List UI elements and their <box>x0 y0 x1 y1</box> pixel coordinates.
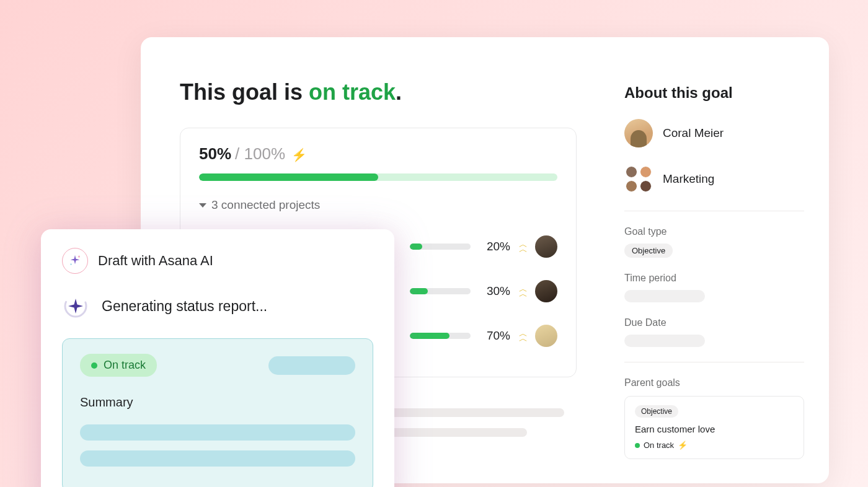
chevrons-up-icon: ︿︿ <box>519 331 526 341</box>
sidebar-title: About this goal <box>624 84 804 102</box>
time-period-label: Time period <box>624 273 804 284</box>
progress-bar[interactable] <box>199 173 557 181</box>
mini-progress-bar <box>410 244 471 250</box>
goal-type-label: Goal type <box>624 226 804 237</box>
due-date-label: Due Date <box>624 317 804 328</box>
status-pill[interactable]: On track <box>80 354 157 377</box>
time-period-value[interactable] <box>624 290 705 302</box>
team-name: Marketing <box>663 172 714 186</box>
placeholder-line <box>80 450 355 467</box>
owner-avatar <box>624 119 653 147</box>
parent-goals-label: Parent goals <box>624 377 804 388</box>
loading-sparkle-icon <box>62 292 89 320</box>
chevrons-up-icon: ︿︿ <box>519 242 526 252</box>
project-owner-avatar[interactable] <box>535 235 557 258</box>
connected-projects-toggle[interactable]: 3 connected projects <box>199 198 557 212</box>
progress-bar-fill <box>199 173 378 181</box>
headline-prefix: This goal is <box>180 79 309 105</box>
sparkle-icon <box>62 248 88 274</box>
owner-name: Coral Meier <box>663 126 724 140</box>
ai-draft-report: On track Summary <box>62 338 373 487</box>
chevrons-up-icon: ︿︿ <box>519 286 526 297</box>
goal-sidebar: About this goal Coral Meier Marketing Go… <box>624 79 829 483</box>
progress-current: 50% <box>199 144 231 164</box>
bolt-icon: ⚡ <box>678 441 688 450</box>
parent-goal-status: On track ⚡ <box>635 441 794 450</box>
goal-owner-row[interactable]: Coral Meier <box>624 119 804 147</box>
ai-panel-title: Draft with Asana AI <box>98 253 213 269</box>
placeholder-line <box>80 424 355 441</box>
status-dot-icon <box>635 443 640 448</box>
mini-progress-bar <box>410 333 471 339</box>
caret-down-icon <box>199 203 206 208</box>
parent-goal-card[interactable]: Objective Earn customer love On track ⚡ <box>624 396 804 459</box>
goal-status-headline: This goal is on track. <box>180 79 600 105</box>
placeholder-chip <box>268 356 355 375</box>
goal-team-row[interactable]: Marketing <box>624 165 804 193</box>
headline-suffix: . <box>396 79 402 105</box>
divider <box>624 211 804 211</box>
project-percent: 70% <box>479 329 510 343</box>
progress-total: / 100% <box>235 144 285 164</box>
mini-progress-bar <box>410 288 471 294</box>
project-owner-avatar[interactable] <box>535 325 557 347</box>
due-date-value[interactable] <box>624 335 705 347</box>
ai-status-text: Generating status report... <box>102 298 267 315</box>
summary-heading: Summary <box>80 395 355 410</box>
status-dot-icon <box>91 362 97 369</box>
project-percent: 30% <box>479 284 510 298</box>
headline-status: on track <box>309 79 396 105</box>
progress-header: 50% / 100% ⚡ <box>199 144 557 164</box>
connected-projects-label: 3 connected projects <box>211 198 320 212</box>
ai-report-header: On track <box>80 354 355 377</box>
divider <box>624 362 804 362</box>
team-avatar-group <box>624 165 653 193</box>
asana-ai-panel: Draft with Asana AI Generating status re… <box>41 229 394 487</box>
project-owner-avatar[interactable] <box>535 280 557 302</box>
ai-panel-header: Draft with Asana AI <box>62 248 373 274</box>
bolt-icon: ⚡ <box>291 147 307 162</box>
project-percent: 20% <box>479 240 510 253</box>
goal-type-chip[interactable]: Objective <box>624 244 673 258</box>
ai-generating-row: Generating status report... <box>62 292 373 320</box>
parent-goal-type-chip: Objective <box>635 405 678 418</box>
parent-goal-name: Earn customer love <box>635 424 794 434</box>
